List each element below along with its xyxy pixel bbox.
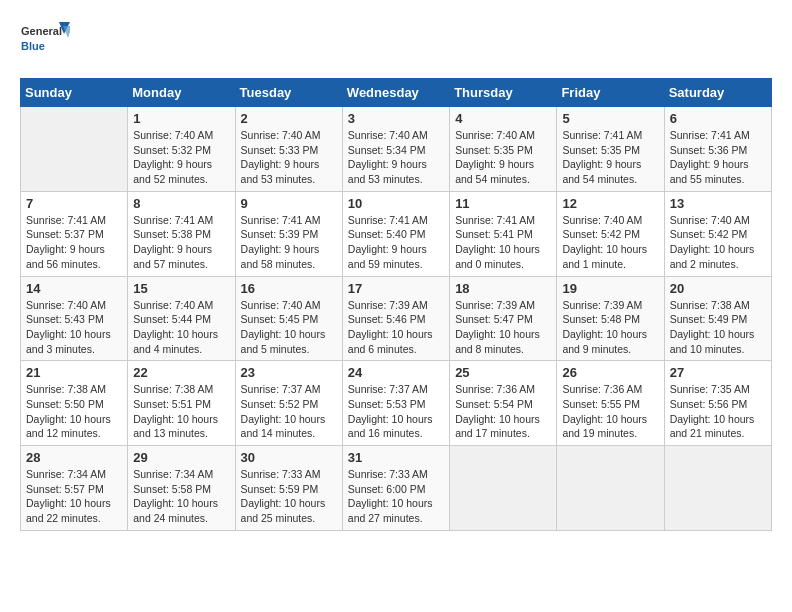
weekday-header-friday: Friday — [557, 79, 664, 107]
day-info: Sunrise: 7:40 AMSunset: 5:42 PMDaylight:… — [562, 213, 658, 272]
day-info: Sunrise: 7:41 AMSunset: 5:37 PMDaylight:… — [26, 213, 122, 272]
day-info: Sunrise: 7:37 AMSunset: 5:52 PMDaylight:… — [241, 382, 337, 441]
day-number: 17 — [348, 281, 444, 296]
day-number: 14 — [26, 281, 122, 296]
day-info: Sunrise: 7:41 AMSunset: 5:41 PMDaylight:… — [455, 213, 551, 272]
day-number: 27 — [670, 365, 766, 380]
day-info: Sunrise: 7:33 AMSunset: 5:59 PMDaylight:… — [241, 467, 337, 526]
calendar-cell: 3Sunrise: 7:40 AMSunset: 5:34 PMDaylight… — [342, 107, 449, 192]
day-info: Sunrise: 7:39 AMSunset: 5:47 PMDaylight:… — [455, 298, 551, 357]
logo-svg: General Blue — [20, 20, 70, 62]
day-number: 29 — [133, 450, 229, 465]
calendar-cell: 27Sunrise: 7:35 AMSunset: 5:56 PMDayligh… — [664, 361, 771, 446]
day-info: Sunrise: 7:38 AMSunset: 5:50 PMDaylight:… — [26, 382, 122, 441]
calendar-cell: 13Sunrise: 7:40 AMSunset: 5:42 PMDayligh… — [664, 191, 771, 276]
day-info: Sunrise: 7:37 AMSunset: 5:53 PMDaylight:… — [348, 382, 444, 441]
calendar-cell: 11Sunrise: 7:41 AMSunset: 5:41 PMDayligh… — [450, 191, 557, 276]
calendar-week-5: 28Sunrise: 7:34 AMSunset: 5:57 PMDayligh… — [21, 446, 772, 531]
day-info: Sunrise: 7:38 AMSunset: 5:51 PMDaylight:… — [133, 382, 229, 441]
calendar-cell — [21, 107, 128, 192]
weekday-header-wednesday: Wednesday — [342, 79, 449, 107]
calendar-table: SundayMondayTuesdayWednesdayThursdayFrid… — [20, 78, 772, 531]
weekday-header-sunday: Sunday — [21, 79, 128, 107]
calendar-cell: 2Sunrise: 7:40 AMSunset: 5:33 PMDaylight… — [235, 107, 342, 192]
day-info: Sunrise: 7:40 AMSunset: 5:34 PMDaylight:… — [348, 128, 444, 187]
day-number: 8 — [133, 196, 229, 211]
calendar-header: SundayMondayTuesdayWednesdayThursdayFrid… — [21, 79, 772, 107]
calendar-cell: 29Sunrise: 7:34 AMSunset: 5:58 PMDayligh… — [128, 446, 235, 531]
logo: General Blue — [20, 20, 70, 62]
calendar-cell: 26Sunrise: 7:36 AMSunset: 5:55 PMDayligh… — [557, 361, 664, 446]
day-info: Sunrise: 7:34 AMSunset: 5:57 PMDaylight:… — [26, 467, 122, 526]
day-number: 28 — [26, 450, 122, 465]
day-number: 18 — [455, 281, 551, 296]
calendar-cell: 30Sunrise: 7:33 AMSunset: 5:59 PMDayligh… — [235, 446, 342, 531]
day-number: 25 — [455, 365, 551, 380]
day-number: 30 — [241, 450, 337, 465]
day-info: Sunrise: 7:40 AMSunset: 5:35 PMDaylight:… — [455, 128, 551, 187]
calendar-cell: 23Sunrise: 7:37 AMSunset: 5:52 PMDayligh… — [235, 361, 342, 446]
calendar-cell: 15Sunrise: 7:40 AMSunset: 5:44 PMDayligh… — [128, 276, 235, 361]
page-header: General Blue — [20, 20, 772, 62]
day-number: 6 — [670, 111, 766, 126]
calendar-cell: 7Sunrise: 7:41 AMSunset: 5:37 PMDaylight… — [21, 191, 128, 276]
calendar-cell: 28Sunrise: 7:34 AMSunset: 5:57 PMDayligh… — [21, 446, 128, 531]
day-number: 24 — [348, 365, 444, 380]
day-info: Sunrise: 7:40 AMSunset: 5:32 PMDaylight:… — [133, 128, 229, 187]
calendar-cell — [450, 446, 557, 531]
day-number: 9 — [241, 196, 337, 211]
day-number: 23 — [241, 365, 337, 380]
calendar-cell: 1Sunrise: 7:40 AMSunset: 5:32 PMDaylight… — [128, 107, 235, 192]
day-info: Sunrise: 7:41 AMSunset: 5:35 PMDaylight:… — [562, 128, 658, 187]
calendar-cell: 9Sunrise: 7:41 AMSunset: 5:39 PMDaylight… — [235, 191, 342, 276]
calendar-week-2: 7Sunrise: 7:41 AMSunset: 5:37 PMDaylight… — [21, 191, 772, 276]
day-info: Sunrise: 7:36 AMSunset: 5:55 PMDaylight:… — [562, 382, 658, 441]
day-number: 3 — [348, 111, 444, 126]
day-number: 20 — [670, 281, 766, 296]
day-info: Sunrise: 7:40 AMSunset: 5:43 PMDaylight:… — [26, 298, 122, 357]
calendar-cell: 10Sunrise: 7:41 AMSunset: 5:40 PMDayligh… — [342, 191, 449, 276]
day-info: Sunrise: 7:41 AMSunset: 5:40 PMDaylight:… — [348, 213, 444, 272]
weekday-header-row: SundayMondayTuesdayWednesdayThursdayFrid… — [21, 79, 772, 107]
day-number: 21 — [26, 365, 122, 380]
day-info: Sunrise: 7:33 AMSunset: 6:00 PMDaylight:… — [348, 467, 444, 526]
calendar-cell: 4Sunrise: 7:40 AMSunset: 5:35 PMDaylight… — [450, 107, 557, 192]
calendar-week-4: 21Sunrise: 7:38 AMSunset: 5:50 PMDayligh… — [21, 361, 772, 446]
day-info: Sunrise: 7:41 AMSunset: 5:38 PMDaylight:… — [133, 213, 229, 272]
day-info: Sunrise: 7:40 AMSunset: 5:44 PMDaylight:… — [133, 298, 229, 357]
svg-text:Blue: Blue — [21, 40, 45, 52]
day-info: Sunrise: 7:40 AMSunset: 5:42 PMDaylight:… — [670, 213, 766, 272]
calendar-cell: 31Sunrise: 7:33 AMSunset: 6:00 PMDayligh… — [342, 446, 449, 531]
calendar-cell: 21Sunrise: 7:38 AMSunset: 5:50 PMDayligh… — [21, 361, 128, 446]
day-number: 1 — [133, 111, 229, 126]
calendar-cell: 18Sunrise: 7:39 AMSunset: 5:47 PMDayligh… — [450, 276, 557, 361]
day-number: 13 — [670, 196, 766, 211]
day-number: 19 — [562, 281, 658, 296]
day-number: 2 — [241, 111, 337, 126]
calendar-cell: 17Sunrise: 7:39 AMSunset: 5:46 PMDayligh… — [342, 276, 449, 361]
calendar-body: 1Sunrise: 7:40 AMSunset: 5:32 PMDaylight… — [21, 107, 772, 531]
day-info: Sunrise: 7:35 AMSunset: 5:56 PMDaylight:… — [670, 382, 766, 441]
calendar-week-1: 1Sunrise: 7:40 AMSunset: 5:32 PMDaylight… — [21, 107, 772, 192]
calendar-cell: 24Sunrise: 7:37 AMSunset: 5:53 PMDayligh… — [342, 361, 449, 446]
day-info: Sunrise: 7:39 AMSunset: 5:48 PMDaylight:… — [562, 298, 658, 357]
day-info: Sunrise: 7:38 AMSunset: 5:49 PMDaylight:… — [670, 298, 766, 357]
calendar-week-3: 14Sunrise: 7:40 AMSunset: 5:43 PMDayligh… — [21, 276, 772, 361]
svg-text:General: General — [21, 25, 62, 37]
weekday-header-saturday: Saturday — [664, 79, 771, 107]
day-number: 11 — [455, 196, 551, 211]
calendar-cell: 20Sunrise: 7:38 AMSunset: 5:49 PMDayligh… — [664, 276, 771, 361]
day-number: 4 — [455, 111, 551, 126]
calendar-cell — [557, 446, 664, 531]
calendar-cell — [664, 446, 771, 531]
weekday-header-thursday: Thursday — [450, 79, 557, 107]
day-info: Sunrise: 7:40 AMSunset: 5:45 PMDaylight:… — [241, 298, 337, 357]
day-number: 22 — [133, 365, 229, 380]
calendar-cell: 14Sunrise: 7:40 AMSunset: 5:43 PMDayligh… — [21, 276, 128, 361]
calendar-cell: 12Sunrise: 7:40 AMSunset: 5:42 PMDayligh… — [557, 191, 664, 276]
weekday-header-monday: Monday — [128, 79, 235, 107]
day-info: Sunrise: 7:34 AMSunset: 5:58 PMDaylight:… — [133, 467, 229, 526]
day-info: Sunrise: 7:41 AMSunset: 5:36 PMDaylight:… — [670, 128, 766, 187]
day-number: 26 — [562, 365, 658, 380]
day-info: Sunrise: 7:40 AMSunset: 5:33 PMDaylight:… — [241, 128, 337, 187]
